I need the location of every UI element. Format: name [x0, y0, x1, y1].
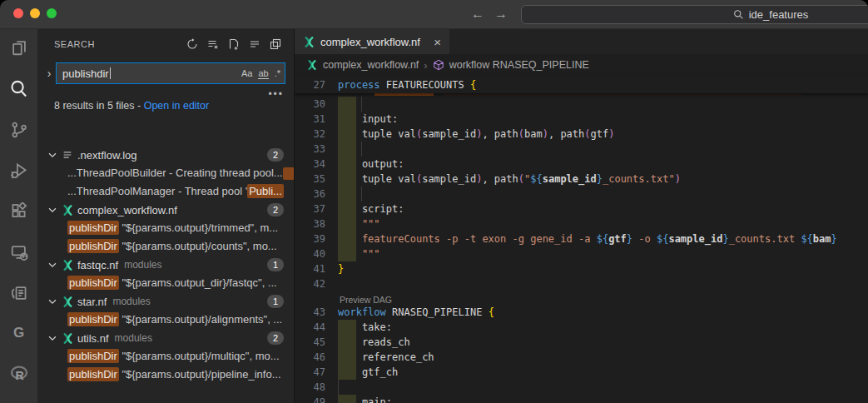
gitlens-icon[interactable]: G — [9, 325, 29, 341]
code-text[interactable]: main: — [336, 396, 392, 403]
file-row[interactable]: star.nfmodules1 — [37, 292, 294, 311]
refresh-icon[interactable] — [186, 37, 199, 51]
search-match-row[interactable]: publishDir "${params.output}/alignments"… — [37, 311, 294, 329]
open-new-search-editor-icon[interactable] — [227, 37, 241, 51]
code-text[interactable]: input: — [336, 113, 398, 125]
file-row[interactable]: utils.nfmodules2 — [37, 329, 294, 347]
code-text[interactable]: } — [336, 263, 344, 275]
regex-icon[interactable]: .* — [275, 68, 280, 78]
command-center-search[interactable]: ide_features — [521, 5, 868, 24]
tab-label: complex_workflow.nf — [320, 36, 420, 48]
search-match-row[interactable]: publishDir "${params.output}/trimmed", m… — [37, 219, 294, 237]
code-text[interactable]: tuple val(sample_id), path("${sample_id}… — [336, 173, 681, 185]
token: _counts.txt — [729, 233, 801, 245]
match-count-badge: 2 — [267, 331, 284, 345]
open-in-editor-link[interactable]: Open in editor — [144, 100, 210, 112]
ide-window: ← → ide_features — [0, 0, 868, 403]
search-match-row[interactable]: publishDir "${params.output}/counts", mo… — [37, 237, 294, 256]
codelens-preview-dag[interactable]: Preview DAG — [340, 295, 392, 305]
code-text[interactable]: reads_ch — [336, 336, 410, 348]
explorer-icon[interactable] — [9, 38, 29, 57]
line-number: 36 — [295, 188, 336, 200]
search-input[interactable]: publishdir Aa ab .* — [56, 62, 285, 84]
back-arrow-icon[interactable]: ← — [471, 5, 484, 23]
match-highlight: publishDir — [67, 276, 119, 290]
match-before-text: ...ThreadPoolManager - Thread pool ' — [67, 185, 247, 197]
token: output: — [338, 158, 404, 170]
code-line: 46 reference_ch — [295, 350, 868, 365]
chevron-down-icon[interactable] — [46, 296, 59, 307]
gutter-decoration — [338, 97, 356, 112]
chevron-down-icon[interactable] — [46, 332, 59, 344]
sticky-scroll-line[interactable]: 27 process FEATURECOUNTS { — [295, 76, 868, 93]
minimize-window-button[interactable] — [30, 8, 40, 18]
run-debug-icon[interactable] — [9, 162, 29, 180]
gutter-decoration — [338, 187, 356, 202]
match-count-badge: 1 — [267, 295, 284, 308]
match-case-icon[interactable]: Aa — [241, 68, 252, 78]
line-number: 40 — [295, 248, 336, 260]
codelens: Preview DAG — [295, 291, 868, 305]
extensions-icon[interactable] — [9, 202, 29, 221]
code-text[interactable]: featureCounts -p -t exon -g gene_id -a $… — [336, 233, 837, 245]
tab-close-icon[interactable]: × — [434, 35, 441, 49]
nextflow-file-icon — [59, 259, 76, 271]
chevron-down-icon[interactable] — [46, 259, 59, 271]
chevron-down-icon[interactable] — [46, 204, 59, 216]
code-text[interactable]: tuple val(sample_id), path(bam), path(gt… — [336, 128, 614, 140]
token: script: — [338, 203, 404, 215]
search-match-row[interactable]: publishDir "${params.output}/multiqc", m… — [37, 347, 294, 366]
toggle-search-details-icon[interactable]: ••• — [268, 88, 284, 100]
search-icon[interactable] — [9, 79, 29, 98]
file-row[interactable]: .nextflow.log2 — [37, 146, 294, 164]
token: input: — [338, 113, 398, 125]
line-number: 39 — [295, 233, 336, 245]
code-text[interactable]: script: — [336, 203, 404, 215]
token: } — [338, 263, 344, 275]
match-count-badge: 2 — [267, 203, 284, 216]
token: sample_id — [422, 128, 476, 140]
close-window-button[interactable] — [13, 8, 23, 18]
search-match-row[interactable]: ...ThreadPoolBuilder - Creating thread p… — [37, 164, 294, 182]
line-number: 27 — [295, 79, 336, 91]
remote-explorer-icon[interactable] — [9, 243, 29, 261]
token: take: — [338, 321, 392, 333]
editor-group: complex_workflow.nf × complex_workflow.n… — [294, 29, 868, 403]
match-highlight: publishDir — [67, 367, 119, 381]
maximize-window-button[interactable] — [47, 8, 57, 18]
file-row[interactable]: fastqc.nfmodules1 — [37, 256, 294, 274]
code-line: 38 """ — [295, 216, 868, 231]
line-number: 35 — [295, 173, 336, 185]
code-text[interactable]: workflow RNASEQ_PIPELINE { — [336, 306, 494, 318]
code-text[interactable]: """ — [336, 218, 380, 230]
code-text[interactable]: reference_ch — [336, 351, 434, 363]
toggle-replace-chevron[interactable]: › — [42, 67, 56, 80]
clear-search-results-icon[interactable] — [206, 37, 220, 51]
token: ${ — [801, 233, 812, 245]
collapse-all-icon[interactable] — [248, 37, 261, 51]
chevron-down-icon[interactable] — [46, 149, 59, 161]
breadcrumb-file[interactable]: complex_workflow.nf — [323, 59, 419, 71]
file-row[interactable]: complex_workflow.nf2 — [37, 201, 294, 219]
code-text[interactable]: """ — [336, 248, 380, 260]
titlebar: ← → ide_features — [0, 0, 868, 29]
match-highlight: publishDir — [67, 221, 119, 235]
search-match-row[interactable]: publishDir "${params.output}/pipeline_in… — [37, 366, 294, 384]
source-control-icon[interactable] — [9, 121, 29, 139]
code-text[interactable]: take: — [336, 321, 392, 333]
token: bam — [524, 128, 543, 140]
match-after-text: "${params.output_dir}/fastqc", ... — [119, 276, 277, 289]
whole-word-icon[interactable]: ab — [258, 68, 268, 79]
search-match-row[interactable]: ...ThreadPoolManager - Thread pool 'Publ… — [37, 182, 294, 201]
references-icon[interactable] — [9, 284, 29, 302]
tab-complex-workflow[interactable]: complex_workflow.nf × — [295, 29, 449, 54]
code-text[interactable]: output: — [336, 158, 404, 170]
breadcrumb-symbol[interactable]: workflow RNASEQ_PIPELINE — [449, 59, 589, 71]
r-language-icon[interactable]: R — [9, 364, 29, 384]
code-line: 35 tuple val(sample_id), path("${sample_… — [295, 172, 868, 187]
open-in-editor-panel-icon[interactable] — [269, 37, 282, 51]
code-text[interactable]: gtf_ch — [336, 366, 398, 378]
code-line: 37 script: — [295, 202, 868, 216]
forward-arrow-icon[interactable]: → — [494, 5, 508, 23]
search-match-row[interactable]: publishDir "${params.output_dir}/fastqc"… — [37, 274, 294, 292]
